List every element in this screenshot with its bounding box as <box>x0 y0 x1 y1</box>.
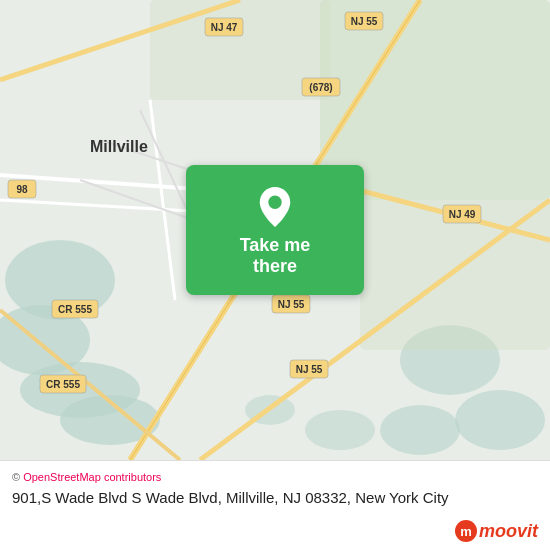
svg-point-6 <box>455 390 545 450</box>
take-me-there-label: Take me there <box>224 235 326 277</box>
svg-point-7 <box>380 405 460 455</box>
svg-text:Millville: Millville <box>90 138 148 155</box>
svg-text:NJ 47: NJ 47 <box>211 22 238 33</box>
svg-text:NJ 55: NJ 55 <box>296 364 323 375</box>
moovit-text: moovit <box>479 521 538 542</box>
svg-text:98: 98 <box>16 184 28 195</box>
location-pin-icon <box>259 187 291 227</box>
take-me-there-button[interactable]: Take me there <box>186 165 364 295</box>
osm-credit: © OpenStreetMap contributors <box>12 471 538 483</box>
button-overlay: Take me there <box>186 165 364 295</box>
osm-link[interactable]: OpenStreetMap contributors <box>23 471 161 483</box>
bottom-bar: © OpenStreetMap contributors 901,S Wade … <box>0 460 550 514</box>
svg-text:CR 555: CR 555 <box>58 304 92 315</box>
svg-text:NJ 49: NJ 49 <box>449 209 476 220</box>
svg-text:NJ 55: NJ 55 <box>278 299 305 310</box>
map-container: NJ 47 NJ 55 (678) NJ 49 NJ 55 NJ 55 CR 5… <box>0 0 550 460</box>
svg-text:(678): (678) <box>309 82 332 93</box>
svg-point-44 <box>268 196 281 209</box>
svg-text:NJ 55: NJ 55 <box>351 16 378 27</box>
moovit-m-icon: m <box>455 520 477 542</box>
osm-credit-text: © <box>12 471 23 483</box>
address-line: 901,S Wade Blvd S Wade Blvd, Millville, … <box>12 487 449 508</box>
moovit-logo: m moovit <box>455 520 538 542</box>
svg-text:CR 555: CR 555 <box>46 379 80 390</box>
svg-point-8 <box>305 410 375 450</box>
